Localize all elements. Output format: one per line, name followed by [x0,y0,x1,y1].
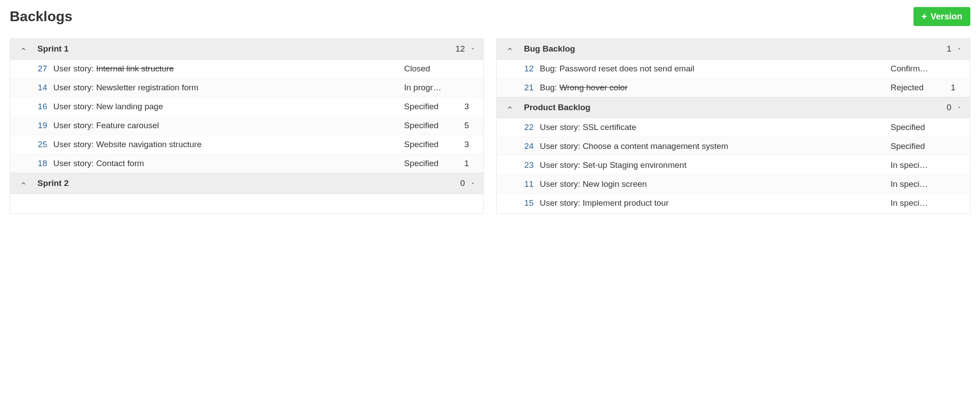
table-row[interactable]: 12Bug: Password reset does not send emai… [497,59,970,78]
row-status: Confirm… [891,64,943,74]
row-type-prefix: Bug: [540,64,559,73]
row-id-link[interactable]: 25 [17,140,53,149]
group-rows: 22User story: SSL certificateSpecified24… [497,118,970,212]
row-type-prefix: User story: [540,160,583,170]
row-status: In speci… [891,198,943,208]
row-subject: User story: SSL certificate [540,122,891,132]
row-id-link[interactable]: 23 [504,160,540,170]
row-id-link[interactable]: 16 [17,102,53,111]
row-points: 1 [943,83,963,93]
group-menu-icon[interactable] [469,46,476,52]
table-row[interactable]: 16User story: New landing pageSpecified3 [10,97,483,116]
row-type-prefix: User story: [53,64,96,73]
row-subject: User story: Contact form [53,159,404,168]
row-subject: User story: Internal link structure [53,64,404,74]
table-row[interactable]: 15User story: Implement product tourIn s… [497,194,970,212]
row-status: Rejected [891,83,943,93]
row-status: In speci… [891,160,943,170]
group-menu-icon[interactable] [469,181,476,186]
table-row[interactable]: 21Bug: Wrong hover colorRejected1 [497,78,970,97]
table-row[interactable]: 11User story: New login screenIn speci… [497,175,970,194]
row-title: Website navigation structure [96,140,201,149]
row-subject: User story: Feature carousel [53,121,404,130]
group-name: Product Backlog [524,103,947,112]
row-subject: User story: Choose a content management … [540,141,891,151]
collapse-icon[interactable] [17,180,30,186]
group-menu-icon[interactable] [956,46,963,52]
group-name: Bug Backlog [524,44,947,54]
row-points: 3 [457,102,476,111]
table-row[interactable]: 24User story: Choose a content managemen… [497,137,970,156]
page-title: Backlogs [10,8,72,25]
row-id-link[interactable]: 12 [504,64,540,74]
row-title: Wrong hover color [559,83,627,92]
row-type-prefix: User story: [53,140,96,149]
row-id-link[interactable]: 21 [504,83,540,93]
row-status: Specified [404,159,457,168]
row-points: 1 [457,159,476,168]
row-type-prefix: Bug: [540,83,559,92]
row-id-link[interactable]: 19 [17,121,53,130]
group-header[interactable]: Sprint 112 [10,39,483,59]
row-id-link[interactable]: 15 [504,198,540,208]
group-header[interactable]: Bug Backlog1 [497,39,970,59]
row-title: New login screen [583,179,647,189]
page-header: Backlogs + Version [10,7,970,26]
row-id-link[interactable]: 11 [504,179,540,189]
table-row[interactable]: 19User story: Feature carouselSpecified5 [10,116,483,135]
row-title: SSL certificate [583,122,636,132]
row-type-prefix: User story: [540,122,583,132]
collapse-icon[interactable] [504,104,516,111]
row-id-link[interactable]: 14 [17,83,53,93]
table-row[interactable]: 27User story: Internal link structureClo… [10,59,483,78]
row-title: Internal link structure [96,64,174,73]
row-title: Implement product tour [583,198,668,208]
row-status: Specified [404,102,457,111]
add-version-button[interactable]: + Version [913,7,970,26]
group-rows: 12Bug: Password reset does not send emai… [497,59,970,97]
group-rows: 27User story: Internal link structureClo… [10,59,483,173]
row-subject: Bug: Wrong hover color [540,83,891,93]
row-type-prefix: User story: [53,102,96,111]
group-rows [10,194,483,213]
row-id-link[interactable]: 24 [504,141,540,151]
row-id-link[interactable]: 27 [17,64,53,74]
group-name: Sprint 2 [37,178,460,188]
group-header[interactable]: Product Backlog0 [497,97,970,118]
plus-icon: + [921,12,927,22]
row-type-prefix: User story: [53,83,96,92]
empty-drop-area[interactable] [10,194,483,213]
group-header[interactable]: Sprint 20 [10,173,483,194]
table-row[interactable]: 23User story: Set-up Staging environment… [497,156,970,175]
table-row[interactable]: 25User story: Website navigation structu… [10,135,483,154]
table-row[interactable]: 18User story: Contact formSpecified1 [10,154,483,173]
row-points: 3 [457,140,476,149]
row-status: In progr… [404,83,457,93]
row-type-prefix: User story: [53,121,96,130]
group-count: 0 [460,178,465,188]
add-version-label: Version [931,11,962,22]
row-subject: Bug: Password reset does not send email [540,64,891,74]
row-subject: User story: New landing page [53,102,404,111]
group-count: 0 [947,103,951,112]
group-count: 12 [456,44,465,54]
left-column: Sprint 11227User story: Internal link st… [10,38,484,214]
group-menu-icon[interactable] [956,105,963,110]
row-status: Specified [891,122,943,132]
row-id-link[interactable]: 18 [17,159,53,168]
row-type-prefix: User story: [53,159,96,168]
row-points: 5 [457,121,476,130]
row-title: Set-up Staging environment [583,160,687,170]
row-subject: User story: Newsletter registration form [53,83,404,93]
collapse-icon[interactable] [17,46,30,52]
table-row[interactable]: 14User story: Newsletter registration fo… [10,78,483,97]
row-status: Closed [404,64,457,74]
table-row[interactable]: 22User story: SSL certificateSpecified [497,118,970,137]
right-column: Bug Backlog112Bug: Password reset does n… [496,38,970,214]
row-subject: User story: Implement product tour [540,198,891,208]
collapse-icon[interactable] [504,46,516,52]
row-type-prefix: User story: [540,141,583,151]
row-title: New landing page [96,102,163,111]
row-id-link[interactable]: 22 [504,122,540,132]
row-type-prefix: User story: [540,198,583,208]
